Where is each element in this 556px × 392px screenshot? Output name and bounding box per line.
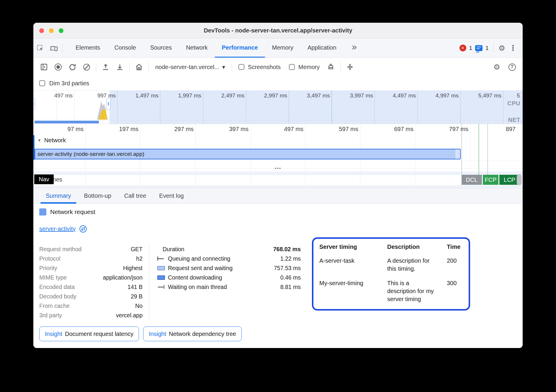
issues-count: 1: [485, 45, 489, 51]
divider: [96, 63, 96, 71]
error-count: 1: [469, 45, 472, 51]
download-profile-icon[interactable]: [113, 61, 126, 74]
tab-console[interactable]: Console: [107, 38, 143, 58]
issues-icon[interactable]: [475, 45, 483, 51]
tab-application[interactable]: Application: [300, 38, 344, 58]
overview-tick: 3,997 ms: [332, 92, 375, 99]
duration-row: Request sent and waiting 757.53 ms: [157, 263, 301, 273]
row-divider: [33, 161, 523, 161]
legend-label: Network request: [50, 208, 95, 215]
server-timing-name: My-server-timing: [319, 279, 375, 303]
overview-tick: 5,497 ms: [460, 92, 503, 99]
upload-profile-icon[interactable]: [99, 61, 112, 74]
screenshot-stage: DevTools - node-server-tan.vercel.app/se…: [0, 0, 556, 392]
overview-tick: 497 ms: [33, 92, 74, 99]
timeline-tick: 797 ms: [415, 126, 470, 133]
devtools-window: DevTools - node-server-tan.vercel.app/se…: [33, 23, 523, 348]
overview-tick: 2,997 ms: [246, 92, 289, 99]
network-track-header[interactable]: ▼ Network: [37, 137, 66, 144]
time-header: Time: [447, 244, 463, 250]
insight-network-dependency-tree-button[interactable]: Insight Network dependency tree: [143, 326, 242, 341]
divider: [62, 44, 63, 53]
more-options-icon[interactable]: ⋮: [508, 44, 518, 52]
request-link[interactable]: server-activity: [39, 226, 76, 232]
timeline-tick: 497 ms: [250, 126, 305, 133]
tab-sources[interactable]: Sources: [143, 38, 179, 58]
overview-tick-partial: 5: [517, 92, 523, 99]
column-divider: [149, 245, 149, 320]
network-request-bar-label: server-activity (node-server-tan.vercel.…: [37, 151, 144, 157]
timeline-tick: 597 ms: [305, 126, 360, 133]
help-icon[interactable]: ?: [506, 61, 519, 74]
dcl-badge[interactable]: DCL: [462, 175, 482, 185]
collapsed-tracks-ellipsis[interactable]: …: [274, 162, 282, 171]
server-timing-description: A description for this timing.: [387, 257, 435, 273]
panel-settings-gear-icon[interactable]: ⚙: [493, 63, 500, 71]
server-timing-time: 200: [447, 257, 463, 273]
dim-third-parties-checkbox[interactable]: [39, 80, 45, 86]
selection-handle-left[interactable]: ‖: [33, 98, 35, 110]
reveal-in-network-icon[interactable]: [79, 225, 87, 233]
timeline-tick: 697 ms: [360, 126, 415, 133]
server-timing-time: 300: [447, 279, 463, 303]
duration-total-row: Duration 768.02 ms: [157, 244, 301, 254]
memory-option: Memory: [285, 64, 323, 71]
tab-event-log[interactable]: Event log: [153, 188, 190, 203]
device-toolbar-icon[interactable]: [47, 38, 60, 58]
tab-network[interactable]: Network: [179, 38, 215, 58]
tab-elements[interactable]: Elements: [68, 38, 107, 58]
tab-summary[interactable]: Summary: [39, 188, 78, 203]
server-timing-header: Server timing: [319, 244, 375, 250]
garbage-collect-icon[interactable]: [324, 61, 337, 74]
timeline-tick-last: 897: [497, 126, 517, 133]
selection-handle-right[interactable]: ‖: [106, 98, 111, 110]
network-request-bar[interactable]: server-activity (node-server-tan.vercel.…: [35, 149, 461, 159]
detail-row: MIME typeapplication/json: [39, 273, 143, 282]
screenshots-option: Screenshots: [235, 64, 284, 71]
record-icon[interactable]: [52, 61, 65, 74]
error-icon[interactable]: ✕: [459, 45, 466, 51]
detail-row: Request methodGET: [39, 244, 143, 254]
screenshots-checkbox[interactable]: [238, 64, 244, 70]
divider: [232, 63, 232, 71]
server-timing-name: A-server-task: [319, 257, 375, 273]
scrollbar-thumb[interactable]: [517, 174, 522, 185]
tab-performance[interactable]: Performance: [215, 38, 265, 58]
request-details: Request methodGET Protocolh2 PriorityHig…: [39, 244, 143, 320]
detail-row: PriorityHighest: [39, 263, 143, 273]
overview-tick: 3,497 ms: [289, 92, 332, 99]
network-request-swatch: [39, 208, 46, 215]
timings-band: [33, 172, 523, 175]
tab-call-tree[interactable]: Call tree: [118, 188, 153, 203]
tabbar-right: ✕ 1 1 ⚙ ⋮: [459, 38, 523, 58]
insight-document-request-latency-button[interactable]: Insight Document request latency: [39, 326, 139, 341]
detail-row: Protocolh2: [39, 254, 143, 263]
page-selector-dropdown[interactable]: node-server-tan.vercel... ▾: [152, 63, 229, 71]
clear-icon[interactable]: [80, 61, 93, 74]
settings-gear-icon[interactable]: ⚙: [498, 44, 505, 52]
fcp-badge[interactable]: FCP: [483, 175, 498, 185]
network-activity-bar: [35, 121, 99, 123]
home-icon[interactable]: [133, 61, 145, 74]
timeline-overview[interactable]: 497 ms 997 ms 1,497 ms 1,997 ms 2,497 ms…: [33, 90, 523, 124]
right-whisker-icon: [157, 285, 164, 289]
inspect-element-icon[interactable]: [33, 38, 47, 58]
timeline-tick: 297 ms: [140, 126, 195, 133]
overview-tick: 1,997 ms: [160, 92, 203, 99]
description-header: Description: [387, 244, 435, 250]
more-tabs-icon[interactable]: [344, 38, 365, 58]
collapse-icon[interactable]: [344, 61, 357, 74]
timeline-detail[interactable]: 97 ms 197 ms 297 ms 397 ms 497 ms 597 ms…: [33, 124, 523, 188]
reload-and-record-icon[interactable]: [66, 61, 79, 74]
devtools-tabbar: Elements Console Sources Network Perform…: [33, 38, 523, 58]
bottom-strip: [33, 185, 523, 188]
detail-row: Encoded data141 B: [39, 282, 143, 292]
panel-tabs: Elements Console Sources Network Perform…: [68, 38, 365, 58]
tab-memory[interactable]: Memory: [265, 38, 300, 58]
left-whisker-icon: [157, 257, 164, 261]
bottom-panel-tabs: Summary Bottom-up Call tree Event log: [33, 188, 523, 204]
tab-bottom-up[interactable]: Bottom-up: [78, 188, 118, 203]
duration-row: Waiting on main thread 8.81 ms: [157, 282, 301, 292]
toggle-sidebar-icon[interactable]: [37, 61, 50, 74]
memory-checkbox[interactable]: [289, 64, 295, 70]
